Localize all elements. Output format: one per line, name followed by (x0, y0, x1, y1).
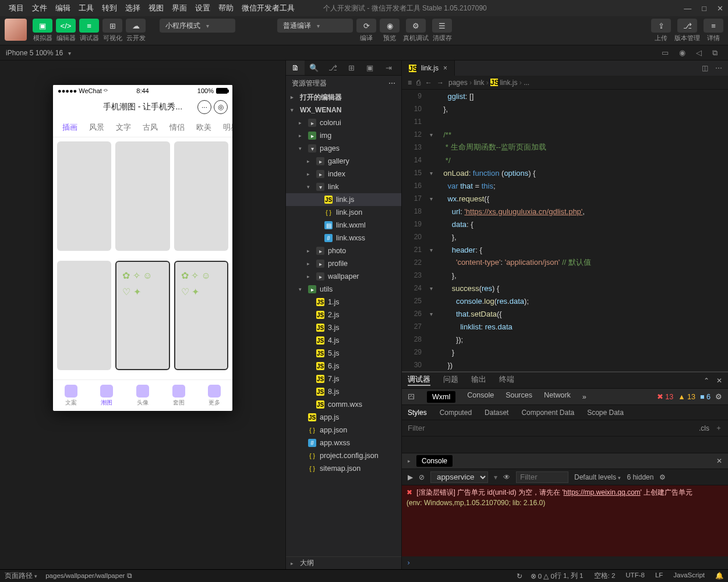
menu-item[interactable]: 编辑 (51, 1, 75, 16)
clear-cache-button[interactable]: ☰ (432, 19, 452, 33)
category-tab[interactable]: 古风 (137, 122, 164, 133)
forward-icon[interactable]: → (437, 79, 444, 87)
folder-node[interactable]: ▸▸img (286, 129, 401, 142)
file-node[interactable]: JS3.js (286, 321, 401, 334)
compile-select[interactable]: 普通编译▾ (277, 19, 353, 33)
upload-button[interactable]: ⇪ (651, 19, 671, 33)
warn-badge[interactable]: ▲ 13 (678, 393, 695, 401)
more-tabs[interactable]: » (582, 393, 586, 401)
category-tab[interactable]: 情侣 (164, 122, 190, 133)
menu-item[interactable]: 文件 (28, 1, 51, 16)
wallpaper-card[interactable] (115, 141, 169, 251)
wallpaper-card[interactable] (57, 141, 111, 251)
menu-item[interactable]: 选择 (121, 1, 144, 16)
search-icon[interactable]: 🔍 (305, 61, 323, 75)
cursor-pos[interactable]: 行 1, 列 1 (554, 572, 584, 580)
compile-button[interactable]: ⟳ (356, 19, 376, 33)
wallpaper-card[interactable] (174, 261, 228, 370)
editor-button[interactable]: </> (56, 19, 76, 33)
debugger-tab[interactable]: 问题 (443, 375, 458, 386)
bottom-tab[interactable]: 文案 (53, 380, 89, 411)
filter-input[interactable] (408, 424, 693, 432)
crumb-seg[interactable]: ... (524, 79, 529, 87)
reload-icon[interactable]: ↻ (517, 572, 522, 580)
folder-node[interactable]: ▾▾pages (286, 142, 401, 155)
collapse-icon[interactable]: ⌃ (704, 377, 709, 385)
grid-icon[interactable]: ⊞ (342, 61, 361, 75)
minimize-button[interactable]: — (684, 4, 691, 13)
visual-button[interactable]: ⊞ (103, 19, 122, 33)
category-tab[interactable]: 文字 (110, 122, 137, 133)
device-select[interactable]: iPhone 5 100% 16 ▾ (6, 49, 71, 57)
category-tab[interactable]: 风景 (83, 122, 110, 133)
file-node[interactable]: JS2.js (286, 308, 401, 321)
style-tab[interactable]: Scope Data (587, 409, 624, 417)
back-icon[interactable]: ← (425, 79, 432, 87)
close-tab-icon[interactable]: × (443, 64, 447, 72)
menu-item[interactable]: 设置 (191, 1, 214, 16)
page-path-value[interactable]: pages/wallpaper/wallpaper ⧉ (45, 572, 132, 580)
file-node[interactable]: JSapp.js (286, 411, 401, 424)
category-tab[interactable]: 欧美 (190, 122, 217, 133)
mute-icon[interactable]: ◁ (696, 48, 702, 58)
crumb-seg[interactable]: link (473, 79, 484, 87)
file-node[interactable]: ▤link.wxml (286, 219, 401, 232)
bottom-tab[interactable]: 更多 (196, 380, 232, 411)
bottom-tab[interactable]: 套图 (161, 380, 197, 411)
style-tab[interactable]: Component Data (521, 409, 574, 417)
box-icon[interactable]: ▣ (361, 61, 379, 75)
file-node[interactable]: #app.wxss (286, 436, 401, 449)
devtools-tab[interactable]: Wxml (427, 391, 455, 403)
file-node[interactable]: JSlink.js (286, 193, 401, 206)
phone-icon[interactable]: ▭ (662, 48, 669, 58)
style-tab[interactable]: Computed (440, 409, 472, 417)
file-node[interactable]: JS1.js (286, 296, 401, 308)
close-console-icon[interactable]: ✕ (716, 457, 722, 465)
capsule-menu[interactable]: ··· (197, 100, 211, 114)
crumb-seg[interactable]: pages (448, 79, 468, 87)
devtools-tab[interactable]: Sources (506, 391, 532, 403)
menu-item[interactable]: 工具 (75, 1, 98, 16)
files-icon[interactable]: 🗎 (286, 61, 305, 75)
branch-icon[interactable]: ⎇ (323, 61, 342, 75)
debugger-tab[interactable]: 输出 (471, 375, 486, 386)
detail-button[interactable]: ≡ (704, 19, 723, 33)
folder-node[interactable]: ▾▾link (286, 180, 401, 193)
mode-select[interactable]: 小程序模式▾ (160, 19, 235, 33)
folder-node[interactable]: ▸▸colorui (286, 116, 401, 129)
ext-icon[interactable]: ⇥ (379, 61, 398, 75)
preview-button[interactable]: ◉ (380, 19, 400, 33)
user-avatar[interactable] (5, 19, 27, 41)
console-filter-input[interactable] (516, 471, 568, 483)
bookmark-icon[interactable]: ⎙ (416, 79, 420, 87)
file-node[interactable]: JS5.js (286, 347, 401, 360)
file-node[interactable]: { }link.json (286, 206, 401, 219)
close-icon[interactable]: ✕ (716, 377, 722, 385)
wallpaper-card[interactable] (57, 261, 111, 370)
style-tab[interactable]: Styles (408, 409, 427, 417)
file-node[interactable]: #link.wxss (286, 232, 401, 244)
log-link[interactable]: https://mp.weixin.qq.com (564, 488, 641, 496)
bottom-tab[interactable]: 头像 (125, 380, 161, 411)
add-icon[interactable]: ＋ (715, 423, 722, 433)
simulator-button[interactable]: ▣ (33, 19, 52, 33)
menu-item[interactable]: 视图 (144, 1, 168, 16)
page-path-label[interactable]: 页面路径 ▾ (5, 572, 37, 580)
folder-node[interactable]: ▸▸index (286, 168, 401, 180)
debugger-button[interactable]: ≡ (79, 19, 99, 33)
file-node[interactable]: JS6.js (286, 360, 401, 372)
hidden-count[interactable]: 6 hidden (627, 473, 653, 481)
more-icon[interactable]: ⋯ (388, 79, 395, 87)
folder-node[interactable]: ▸▸wallpaper (286, 270, 401, 283)
category-tab[interactable]: 明星 (217, 122, 232, 133)
play-icon[interactable]: ▶ (408, 473, 413, 481)
folder-node[interactable]: ▸▸photo (286, 244, 401, 257)
eye-icon[interactable]: 👁 (503, 473, 510, 481)
gear-icon[interactable]: ⚙ (659, 473, 666, 481)
info-badge[interactable]: ■ 6 (700, 393, 711, 401)
spaces[interactable]: 空格: 2 (594, 572, 616, 580)
error-badge[interactable]: ✖ 13 (657, 392, 673, 401)
console-input[interactable]: › (402, 556, 728, 569)
encoding[interactable]: UTF-8 (625, 572, 645, 580)
wallpaper-card[interactable] (174, 141, 228, 251)
